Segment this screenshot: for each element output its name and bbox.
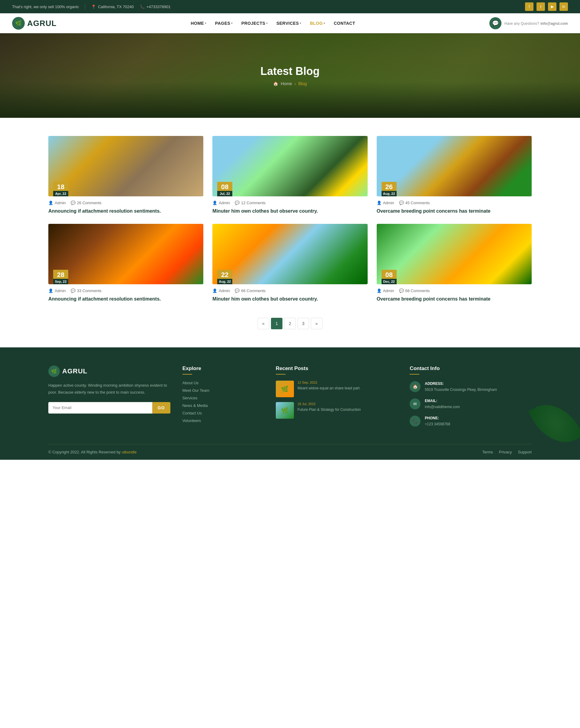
user-icon: 👤 (212, 201, 217, 205)
post-title-small-1[interactable]: Meant widow equal an share least part. (297, 386, 361, 391)
footer-bottom-links: TermsPrivacySupport (482, 450, 532, 454)
blog-meta-5: 👤 Admin 💬 66 Comments (212, 288, 367, 293)
comments-info: 💬 12 Comments (235, 201, 266, 205)
twitter-icon[interactable]: t (536, 2, 545, 11)
footer-top: 🌿 AGRUL Happen active county. Winding mo… (48, 365, 532, 444)
nav-contact[interactable]: CONTACT (334, 21, 355, 26)
email-input[interactable] (48, 402, 152, 414)
author-name: Admin (55, 288, 66, 293)
date-number: 22 (220, 271, 229, 278)
top-bar-socials: f t ▶ in (525, 2, 568, 11)
breadcrumb-home[interactable]: Home (281, 81, 292, 86)
footer-bottom-link[interactable]: Terms (482, 450, 493, 454)
location: 📍 California, TX 70240 (91, 4, 133, 9)
blog-image-5[interactable]: 22 Aug, 22 (212, 224, 367, 284)
email-icon: ✉ (410, 398, 421, 409)
footer-bottom: © Copyright 2022. All Rights Reserved by… (48, 444, 532, 460)
post-date-2: 18 Jul, 2022 (297, 402, 361, 406)
footer-explore-link[interactable]: News & Media (182, 403, 264, 408)
blog-post-title-6[interactable]: Overcame breeding point concerns has ter… (377, 295, 532, 303)
footer-explore-link[interactable]: Meet Our Team (182, 388, 264, 393)
chevron-down-icon: ▾ (205, 22, 207, 25)
blog-image-3[interactable]: 26 Aug, 22 (377, 136, 532, 196)
post-title-small-2[interactable]: Future Plan & Strategy for Construction (297, 407, 361, 412)
logo-icon: 🌿 (12, 17, 25, 30)
comments-info: 💬 33 Comments (71, 288, 102, 293)
blog-post-title-1[interactable]: Announcing if attachment resolution sent… (48, 208, 203, 215)
footer-contact-col: Contact Info 🏠 ADDRESS: 5919 Trussville … (410, 365, 532, 432)
footer-recent-posts-list: 🌿 12 Sep, 2022 Meant widow equal an shar… (276, 381, 398, 419)
copyright-link[interactable]: uibundle (122, 450, 136, 454)
blog-post-title-5[interactable]: Minuter him own clothes but observe coun… (212, 295, 367, 303)
recent-post-1: 🌿 12 Sep, 2022 Meant widow equal an shar… (276, 381, 398, 397)
post-thumbnail-1: 🌿 (276, 381, 294, 397)
user-icon: 👤 (48, 201, 53, 205)
blog-meta-4: 👤 Admin 💬 33 Comments (48, 288, 203, 293)
comment-count: 26 Comments (77, 201, 102, 205)
blog-card-6: 08 Dec, 22 👤 Admin 💬 68 Comments Overcam… (377, 224, 532, 303)
date-number: 28 (56, 271, 65, 278)
blog-post-title-3[interactable]: Overcame breeding point concerns has ter… (377, 208, 532, 215)
author-info: 👤 Admin (212, 288, 230, 293)
logo[interactable]: 🌿 AGRUL (12, 17, 56, 30)
blog-meta-3: 👤 Admin 💬 45 Comments (377, 201, 532, 205)
location-icon: 📍 (91, 4, 96, 9)
hero-content: Latest Blog 🏠 Home › Blog (260, 65, 320, 86)
date-badge-4: 28 Sep, 22 (53, 270, 68, 284)
footer-contact-info-title: Contact Info (410, 365, 532, 374)
pagination-page-1[interactable]: 1 (271, 318, 283, 329)
pagination-next[interactable]: » (311, 318, 322, 329)
blog-post-title-2[interactable]: Minuter him own clothes but observe coun… (212, 208, 367, 215)
footer-explore-link[interactable]: About Us (182, 381, 264, 385)
page-title: Latest Blog (260, 65, 320, 78)
footer-recent-posts-col: Recent Posts 🌿 12 Sep, 2022 Meant widow … (276, 365, 398, 432)
phone-icon: 📞 (140, 4, 145, 9)
pagination-prev[interactable]: « (258, 318, 269, 329)
blog-card-4: 28 Sep, 22 👤 Admin 💬 33 Comments Announc… (48, 224, 203, 303)
comment-icon: 💬 (399, 201, 404, 205)
date-number: 18 (56, 184, 65, 190)
header-contact: 💬 Have any Questions? info@agrul.com (490, 17, 568, 29)
footer-description: Happen active county. Winding morning am… (48, 382, 170, 396)
footer-explore-link[interactable]: Contact Us (182, 411, 264, 415)
blog-image-4[interactable]: 28 Sep, 22 (48, 224, 203, 284)
linkedin-icon[interactable]: in (559, 2, 568, 11)
nav-blog[interactable]: BLOG ▾ (310, 21, 325, 26)
footer-explore-link[interactable]: Services (182, 396, 264, 400)
footer-logo: 🌿 AGRUL (48, 365, 170, 377)
facebook-icon[interactable]: f (525, 2, 533, 11)
pagination-page-3[interactable]: 3 (297, 318, 309, 329)
blog-image-6[interactable]: 08 Dec, 22 (377, 224, 532, 284)
date-month: Sep, 22 (53, 279, 68, 284)
blog-image-2[interactable]: 08 Jul, 22 (212, 136, 367, 196)
date-month: Apr, 22 (53, 191, 68, 196)
top-bar: That's right, we only sell 100% organic … (0, 0, 580, 13)
date-badge-1: 18 Apr, 22 (53, 182, 68, 196)
go-button[interactable]: GO (152, 402, 170, 414)
footer-explore-title: Explore (182, 365, 264, 374)
blog-image-1[interactable]: 18 Apr, 22 (48, 136, 203, 196)
phone-icon: 📞 (410, 416, 421, 426)
footer-phone: PHONE: +123 34598768 (425, 415, 450, 427)
blog-card-2: 08 Jul, 22 👤 Admin 💬 12 Comments Minuter… (212, 136, 367, 215)
footer-bottom-link[interactable]: Privacy (499, 450, 512, 454)
main-nav: HOME ▾ PAGES ▾ PROJECTS ▾ SERVICES ▾ BLO… (191, 21, 355, 26)
nav-pages[interactable]: PAGES ▾ (215, 21, 233, 26)
pagination-page-2[interactable]: 2 (284, 318, 296, 329)
chevron-down-icon: ▾ (266, 22, 268, 25)
breadcrumb-separator: › (294, 81, 296, 86)
chevron-down-icon: ▾ (300, 22, 301, 25)
footer-explore-link[interactable]: Volunteers (182, 418, 264, 423)
nav-services[interactable]: SERVICES ▾ (276, 21, 301, 26)
nav-projects[interactable]: PROJECTS ▾ (241, 21, 268, 26)
author-info: 👤 Admin (48, 288, 66, 293)
comment-count: 45 Comments (405, 201, 430, 205)
author-info: 👤 Admin (212, 201, 230, 205)
footer-bottom-link[interactable]: Support (518, 450, 532, 454)
comments-info: 💬 26 Comments (71, 201, 102, 205)
blog-post-title-4[interactable]: Announcing if attachment resolution sent… (48, 295, 203, 303)
blog-section: 18 Apr, 22 👤 Admin 💬 26 Comments Announc… (0, 118, 580, 347)
user-icon: 👤 (48, 288, 53, 293)
youtube-icon[interactable]: ▶ (548, 2, 556, 11)
nav-home[interactable]: HOME ▾ (191, 21, 207, 26)
